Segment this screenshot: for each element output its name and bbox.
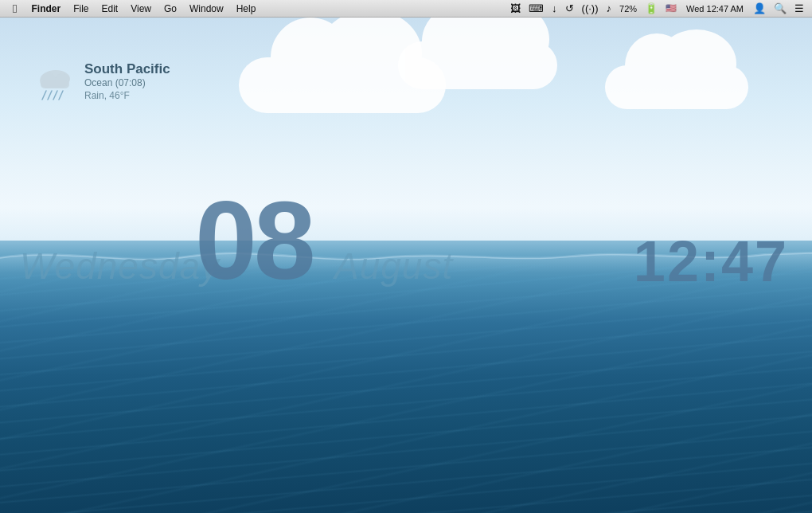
svg-line-6 bbox=[53, 91, 57, 100]
svg-line-5 bbox=[48, 91, 52, 100]
list-icon[interactable]: ☰ bbox=[791, 2, 807, 14]
menubar-left:  Finder File Edit View Go Window Help bbox=[0, 0, 262, 18]
flag-icon[interactable]: 🇺🇸 bbox=[662, 3, 680, 14]
menubar-right: 🖼 ⌨ ↓ ↺ ((·)) ♪ 72% 🔋 🇺🇸 Wed 12:47 AM 👤 … bbox=[507, 2, 812, 14]
apple-menu[interactable]:  bbox=[5, 0, 25, 18]
menu-help[interactable]: Help bbox=[230, 0, 263, 18]
desktop: South Pacific Ocean (07:08) Rain, 46°F W… bbox=[0, 18, 812, 513]
menubar:  Finder File Edit View Go Window Help 🖼… bbox=[0, 0, 812, 18]
menu-edit[interactable]: Edit bbox=[96, 0, 125, 18]
sync-icon[interactable]: ↺ bbox=[562, 2, 577, 14]
day-label: Wednesday bbox=[20, 245, 220, 288]
clock-display: Wed 12:47 AM bbox=[681, 4, 748, 14]
menu-file[interactable]: File bbox=[67, 0, 95, 18]
keyboard-icon: ⌨ bbox=[525, 2, 547, 14]
svg-rect-3 bbox=[41, 80, 69, 88]
weather-location-line2: Ocean (07:08) bbox=[84, 77, 170, 90]
photo-icon[interactable]: 🖼 bbox=[507, 2, 524, 14]
user-icon[interactable]: 👤 bbox=[750, 2, 769, 14]
time-display: 12:47 bbox=[634, 233, 788, 290]
date-number: 08 bbox=[195, 185, 313, 296]
water-rays bbox=[0, 264, 812, 513]
battery-icon: 🔋 bbox=[642, 2, 661, 14]
weather-widget: South Pacific Ocean (07:08) Rain, 46°F bbox=[32, 61, 170, 103]
weather-text-block: South Pacific Ocean (07:08) Rain, 46°F bbox=[84, 61, 170, 103]
weather-condition: Rain, 46°F bbox=[84, 90, 170, 103]
volume-icon[interactable]: ♪ bbox=[603, 2, 615, 14]
weather-location-line1: South Pacific bbox=[84, 61, 170, 77]
cloud-3 bbox=[605, 65, 748, 109]
menu-view[interactable]: View bbox=[124, 0, 158, 18]
menu-window[interactable]: Window bbox=[183, 0, 230, 18]
search-icon[interactable]: 🔍 bbox=[771, 2, 790, 14]
menu-finder[interactable]: Finder bbox=[25, 0, 67, 18]
wifi-icon[interactable]: ((·)) bbox=[579, 2, 602, 14]
cloud-2 bbox=[398, 41, 557, 89]
menu-go[interactable]: Go bbox=[158, 0, 183, 18]
svg-line-7 bbox=[59, 91, 63, 100]
svg-line-4 bbox=[42, 91, 46, 100]
download-icon[interactable]: ↓ bbox=[548, 2, 560, 14]
weather-cloud-icon bbox=[32, 61, 78, 103]
battery-pct: 72% bbox=[616, 4, 640, 14]
month-label: August bbox=[334, 245, 453, 288]
